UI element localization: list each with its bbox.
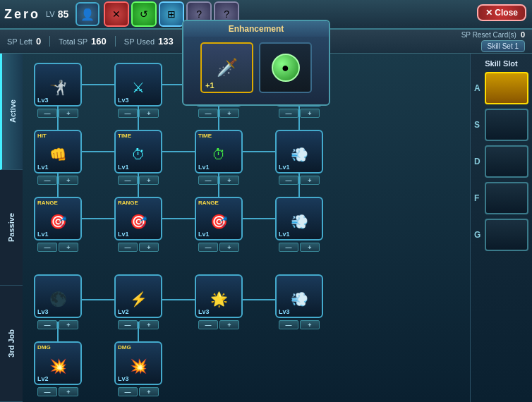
skill-minus-btn-s3[interactable]: — (198, 109, 218, 118)
skill-name-s5: HIT (37, 133, 47, 139)
enhancement-slot-2[interactable]: ● (259, 42, 312, 93)
close-button[interactable]: ✕ Close (477, 4, 526, 21)
slot-letter-s: S (474, 120, 483, 130)
skill-box-s2[interactable]: ⚔ Lv3 (114, 63, 162, 106)
skill-art-s10: 🎯 (130, 213, 147, 230)
character-name: Zero (4, 7, 40, 22)
skill-level-s7: Lv1 (198, 164, 210, 171)
skill-plus-btn-s18[interactable]: + (139, 387, 159, 396)
skill-minus-btn-s2[interactable]: — (118, 109, 138, 118)
skill-minus-btn-s1[interactable]: — (37, 109, 57, 118)
skill-plus-btn-s15[interactable]: + (219, 320, 239, 329)
skill-art-s1: 🤺 (49, 79, 67, 96)
skill-level-s1: Lv3 (37, 97, 49, 104)
skill-plus-btn-s6[interactable]: + (139, 176, 159, 185)
skill-minus-btn-s15[interactable]: — (198, 320, 218, 329)
skill-box-s17[interactable]: DMG 💥 Lv2 (34, 341, 82, 385)
skill-plus-btn-s11[interactable]: + (219, 243, 239, 252)
skill-box-s7[interactable]: TIME ⏱ Lv1 (195, 130, 243, 173)
skill-level-s6: Lv1 (118, 164, 129, 171)
skill-btn-row-s8: — + (279, 176, 320, 185)
skill-level-s13: Lv3 (37, 308, 49, 315)
skill-plus-btn-s14[interactable]: + (139, 320, 159, 329)
slot-box-a[interactable] (485, 72, 528, 104)
skill-art-s16: 💨 (291, 291, 308, 307)
skill-minus-btn-s11[interactable]: — (198, 243, 218, 252)
skill-level-s8: Lv1 (279, 164, 290, 171)
skill-box-s5[interactable]: HIT 👊 Lv1 (34, 130, 82, 173)
level-label: LV (46, 10, 55, 18)
skill-art-s7: ⏱ (212, 147, 226, 163)
skill-art-s13: 🌑 (49, 291, 67, 307)
slot-box-d[interactable] (485, 145, 528, 178)
skill-box-s12[interactable]: 💨 Lv1 (275, 197, 323, 240)
skill-box-s13[interactable]: 🌑 Lv3 (34, 274, 82, 318)
skill-minus-btn-s6[interactable]: — (118, 176, 138, 185)
skill-art-s12: 💨 (291, 213, 308, 230)
skill-level-s5: Lv1 (37, 164, 49, 171)
game-window: Zero LV 85 👤 ✕ ↺ ⊞ ? ? ✕ Close Enhanceme… (0, 0, 532, 402)
skill-level-s17: Lv2 (37, 375, 49, 382)
skill-minus-btn-s9[interactable]: — (37, 243, 57, 252)
skill-plus-btn-s5[interactable]: + (59, 176, 78, 185)
skill-plus-btn-s7[interactable]: + (219, 176, 239, 185)
skill-box-s16[interactable]: 💨 Lv3 (275, 274, 323, 318)
skill-plus-btn-s4[interactable]: + (300, 109, 320, 118)
skill-minus-btn-s17[interactable]: — (37, 387, 57, 396)
skill-minus-btn-s4[interactable]: — (279, 109, 298, 118)
skill-box-s9[interactable]: RANGE 🎯 Lv1 (34, 197, 82, 240)
skill-box-s8[interactable]: 💨 Lv1 (275, 130, 323, 173)
skill-level-s2: Lv3 (118, 97, 129, 104)
skill-minus-btn-s13[interactable]: — (37, 320, 57, 329)
tab-active[interactable]: Active (0, 54, 23, 170)
skill-minus-btn-s18[interactable]: — (118, 387, 138, 396)
skill-btn-row-s14: — + (118, 320, 159, 329)
skill-btn-row-s18: — + (118, 387, 159, 396)
slot-row-s: S (474, 109, 528, 141)
action-icon-3[interactable]: ⊞ (159, 1, 184, 27)
action-icon-1[interactable]: ✕ (104, 1, 129, 27)
skill-plus-btn-s1[interactable]: + (59, 109, 78, 118)
skill-box-s15[interactable]: 🌟 Lv3 (195, 274, 243, 318)
skill-minus-btn-s10[interactable]: — (118, 243, 138, 252)
skill-node-s14: ⚡ Lv2 — + (114, 274, 162, 329)
skill-plus-btn-s8[interactable]: + (300, 176, 320, 185)
tab-passive[interactable]: Passive (0, 170, 23, 286)
skill-art-s14: ⚡ (130, 291, 147, 307)
skill-art-s2: ⚔ (132, 79, 145, 96)
skill-btn-row-s12: — + (279, 243, 320, 252)
skill-minus-btn-s5[interactable]: — (37, 176, 57, 185)
skill-box-s6[interactable]: TIME ⏱ Lv1 (114, 130, 162, 173)
action-icon-2[interactable]: ↺ (131, 1, 157, 27)
skill-plus-btn-s12[interactable]: + (300, 243, 320, 252)
skill-minus-btn-s16[interactable]: — (279, 320, 298, 329)
slot-letter-f: F (474, 193, 483, 203)
skill-plus-btn-s3[interactable]: + (219, 109, 239, 118)
skill-box-s18[interactable]: DMG 💥 Lv3 (114, 341, 162, 385)
skill-name-s7: TIME (198, 133, 212, 139)
skill-box-s1[interactable]: 🤺 Lv3 (34, 63, 82, 106)
tree-lines-svg (28, 59, 464, 396)
enhancement-slot-1[interactable]: 🗡️ +1 (200, 42, 253, 93)
skill-box-s14[interactable]: ⚡ Lv2 (114, 274, 162, 318)
slot-box-s[interactable] (485, 109, 528, 141)
skill-minus-btn-s7[interactable]: — (198, 176, 218, 185)
skill-plus-btn-s2[interactable]: + (139, 109, 159, 118)
tab-3rdjob[interactable]: 3rd Job (0, 286, 23, 402)
skill-box-s11[interactable]: RANGE 🎯 Lv1 (195, 197, 243, 240)
skill-plus-btn-s9[interactable]: + (59, 243, 78, 252)
skill-btn-row-s13: — + (37, 320, 78, 329)
skill-plus-btn-s17[interactable]: + (59, 387, 78, 396)
skill-minus-btn-s14[interactable]: — (118, 320, 138, 329)
skill-plus-btn-s13[interactable]: + (59, 320, 78, 329)
skill-art-s15: 🌟 (210, 291, 228, 307)
skill-minus-btn-s12[interactable]: — (279, 243, 298, 252)
tab-active-label: Active (8, 99, 17, 123)
skill-plus-btn-s16[interactable]: + (300, 320, 320, 329)
skill-set-button[interactable]: Skill Set 1 (481, 40, 525, 52)
slot-box-f[interactable] (485, 182, 528, 214)
skill-box-s10[interactable]: RANGE 🎯 Lv1 (114, 197, 162, 240)
skill-plus-btn-s10[interactable]: + (139, 243, 159, 252)
skill-minus-btn-s8[interactable]: — (279, 176, 298, 185)
slot-box-g[interactable] (485, 219, 528, 251)
